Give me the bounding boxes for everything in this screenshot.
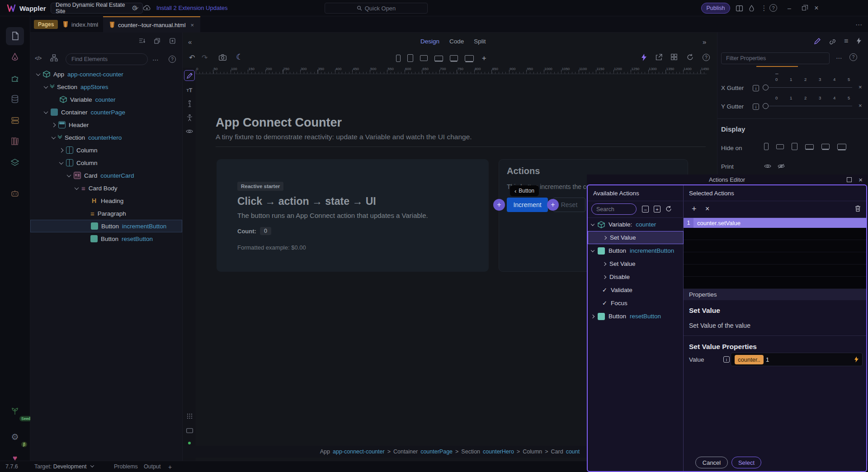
info-tool-icon[interactable] (184, 99, 195, 109)
database-icon[interactable] (6, 90, 24, 108)
tree-row-section-counterhero[interactable]: Section counterHero (30, 131, 182, 144)
apps-grid-icon[interactable] (671, 54, 677, 60)
theme-droplet-icon[interactable] (747, 4, 756, 13)
breadcrumb-name[interactable]: count (566, 448, 580, 455)
collapse-icon[interactable] (44, 109, 48, 114)
tree-row-app[interactable]: App app-connect-counter (30, 68, 182, 80)
close-icon[interactable]: × (812, 4, 821, 13)
share-icon[interactable] (656, 54, 662, 61)
layers-icon[interactable] (6, 153, 24, 171)
structure-more-icon[interactable]: ⋯ (152, 56, 159, 63)
desktop-icon[interactable] (450, 55, 458, 61)
server-icon[interactable] (6, 111, 24, 129)
code-view-icon[interactable]: </> (35, 55, 41, 61)
tab-index-html[interactable]: index.html (57, 16, 104, 33)
eye-icon[interactable] (764, 164, 771, 169)
collapse-all-icon[interactable]: – (642, 206, 649, 212)
info-icon[interactable]: i (723, 356, 730, 363)
structure-help-icon[interactable]: ? (169, 56, 176, 63)
tree-row-column-1[interactable]: Column (30, 144, 182, 156)
mode-design[interactable]: Design (420, 38, 439, 45)
maximize-icon[interactable] (847, 177, 852, 182)
expand-all-icon[interactable]: + (654, 206, 660, 212)
edit-pencil-icon[interactable] (184, 70, 195, 81)
value-input[interactable]: counter.. 1 (731, 353, 863, 366)
duplicate-node-icon[interactable] (154, 38, 160, 44)
tablet-icon[interactable] (407, 54, 413, 62)
tablet-landscape-icon[interactable] (420, 55, 428, 61)
tablet-icon[interactable] (792, 143, 797, 150)
action-tree-validate[interactable]: ✓ Validate (588, 283, 683, 297)
insert-before-plus-icon[interactable]: + (493, 199, 505, 211)
selected-action-row[interactable]: 1 counter.setValue (684, 218, 866, 228)
undo-icon[interactable]: ↶ (189, 53, 195, 62)
action-tree-focus[interactable]: ✓ Focus (588, 297, 683, 310)
mode-split[interactable]: Split (474, 38, 486, 45)
expand-icon[interactable] (591, 314, 594, 318)
x-gutter-slider-track[interactable] (769, 87, 852, 88)
text-tool-icon[interactable]: TT (184, 85, 195, 96)
refresh-icon[interactable] (687, 54, 693, 61)
quick-open-button[interactable]: Quick Open (325, 3, 428, 14)
cancel-button[interactable]: Cancel (695, 457, 728, 468)
collapse-icon[interactable] (59, 160, 64, 165)
design-pen-icon[interactable] (6, 48, 24, 66)
layout-panels-icon[interactable] (735, 4, 744, 13)
select-button[interactable]: Select (731, 457, 761, 468)
expand-icon[interactable] (603, 275, 606, 278)
large-monitor-icon[interactable] (465, 55, 474, 61)
add-panel-icon[interactable]: + (168, 463, 172, 471)
action-tree-disable[interactable]: Disable (588, 270, 683, 283)
y-gutter-slider-track[interactable] (769, 106, 852, 106)
laptop-icon[interactable] (805, 144, 814, 149)
restore-icon[interactable] (799, 4, 808, 13)
action-tree-reset-button[interactable]: Button resetButton (588, 310, 683, 323)
dynamic-data-bolt-icon[interactable] (854, 356, 859, 363)
breadcrumb-label[interactable]: Container (393, 448, 418, 455)
library-icon[interactable] (6, 132, 24, 150)
grid-dots-icon[interactable] (184, 411, 195, 421)
canvas-help-icon[interactable]: ? (703, 54, 710, 61)
breadcrumb-label[interactable]: Section (461, 448, 480, 455)
redo-icon[interactable]: ↷ (202, 53, 208, 62)
problems-button[interactable]: Problems (114, 463, 138, 470)
info-icon[interactable]: i (753, 104, 759, 110)
accessibility-tool-icon[interactable] (184, 112, 195, 123)
info-icon[interactable]: i (753, 85, 759, 91)
tab-close-icon[interactable]: × (191, 22, 194, 28)
seed-badge-icon[interactable]: Seed (6, 402, 24, 420)
tree-row-increment-button[interactable]: Button incrementButton (30, 220, 182, 232)
collapse-right-icon[interactable]: » (703, 38, 706, 46)
collapse-icon[interactable] (44, 84, 48, 89)
action-tree-set-value[interactable]: Set Value (588, 257, 683, 270)
bolt-icon[interactable] (642, 54, 646, 61)
collapse-icon[interactable] (75, 185, 79, 190)
tree-row-heading[interactable]: H Heading (30, 194, 182, 207)
gear-icon[interactable]: ⚙ (130, 4, 139, 13)
device-frame-icon[interactable] (184, 425, 195, 436)
tree-row-card-body[interactable]: ≡ Card Body (30, 182, 182, 194)
styles-list-icon[interactable]: ≡ (844, 37, 848, 45)
pages-badge[interactable]: Pages (34, 20, 58, 29)
breadcrumb-name[interactable]: counterHero (483, 448, 514, 455)
expand-icon[interactable] (59, 148, 64, 152)
settings-gear-icon[interactable]: ⚙β (6, 428, 24, 446)
unlink-icon[interactable] (830, 38, 836, 45)
collapse-icon[interactable] (52, 135, 56, 139)
phone-icon[interactable] (764, 143, 769, 150)
collapse-icon[interactable] (591, 248, 594, 252)
modal-title-bar[interactable]: Actions Editor × (587, 175, 867, 184)
mode-code[interactable]: Code (449, 38, 464, 45)
pages-panel-icon[interactable] (6, 27, 24, 45)
extensions-download-icon[interactable] (142, 4, 151, 13)
y-gutter-slider-handle[interactable] (763, 103, 769, 109)
tree-row-header[interactable]: Header (30, 118, 182, 131)
install-updates-link[interactable]: Install 2 Extension Updates (156, 5, 228, 11)
action-tree-variable-counter[interactable]: Variable: counter (588, 218, 683, 231)
clear-y-gutter-icon[interactable]: × (859, 102, 862, 109)
project-selector[interactable]: Demo Dynamic Real Estate Site (51, 3, 143, 14)
extensions-puzzle-icon[interactable] (6, 69, 24, 87)
clear-x-gutter-icon[interactable]: × (859, 84, 862, 90)
properties-help-icon[interactable]: ? (849, 53, 857, 61)
filter-properties-input[interactable] (721, 52, 830, 64)
